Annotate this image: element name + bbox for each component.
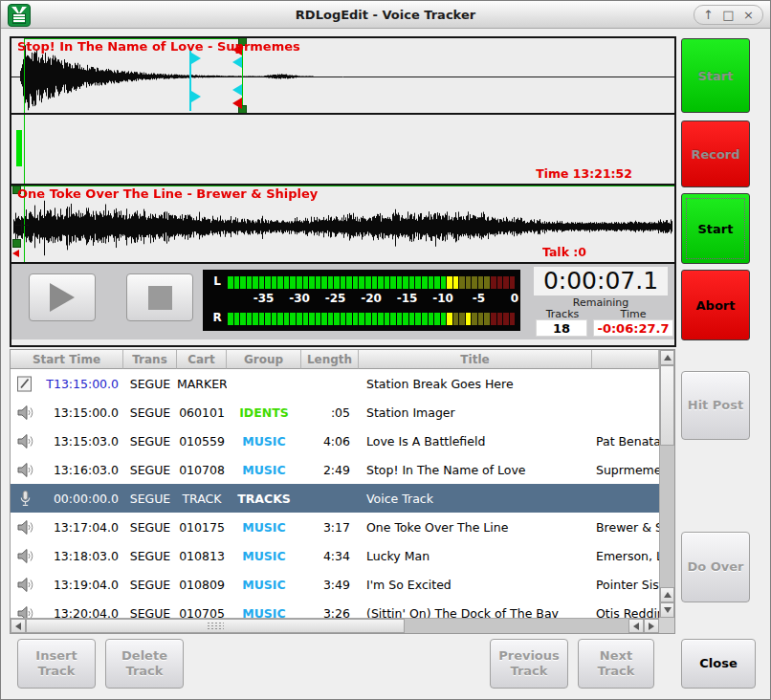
cell-cart: 010559 — [177, 434, 227, 448]
track2-fade-marker-icon[interactable] — [12, 250, 19, 257]
abort-button[interactable]: Abort — [681, 270, 750, 340]
waveform-pane-track2[interactable]: One Toke Over The Line - Brewer & Shiple… — [11, 186, 674, 264]
meter-segment — [346, 276, 352, 289]
meter-segment — [277, 276, 283, 289]
meter-segment — [303, 313, 309, 325]
meter-segment — [303, 276, 309, 289]
segue-end-marker-top-icon[interactable] — [232, 56, 242, 68]
track2-start-handle-bottom[interactable] — [12, 239, 21, 248]
horizontal-scroll-thumb[interactable] — [26, 619, 405, 633]
column-header-title[interactable]: Title — [359, 350, 592, 369]
cell-group: MUSIC — [227, 463, 301, 477]
meter-segment — [341, 313, 346, 325]
segue-start-marker-bottom-icon[interactable] — [191, 91, 201, 102]
cell-cart: 010809 — [177, 578, 227, 592]
column-header-start-time[interactable]: Start Time — [11, 350, 123, 369]
meter-segment — [510, 313, 516, 325]
voice-tracker-window: RDLogEdit - Voice Tracker ↑ □ × Stop! In… — [0, 0, 771, 700]
column-header-length[interactable]: Length — [301, 350, 359, 369]
meter-segment — [297, 313, 302, 325]
log-row[interactable]: 13:19:04.0SEGUE010809MUSIC3:49I'm So Exc… — [11, 570, 659, 599]
segue-start-marker-top-icon[interactable] — [191, 53, 201, 64]
log-row[interactable]: 13:17:04.0SEGUE010175MUSIC3:17One Toke O… — [11, 513, 659, 541]
meter-segment — [497, 276, 503, 289]
meter-segment — [228, 313, 233, 325]
scroll-right-button[interactable] — [644, 619, 659, 633]
log-row[interactable]: 13:16:03.0SEGUE010708MUSIC2:49Stop! In T… — [11, 455, 659, 484]
cell-cart: MARKER — [177, 377, 227, 391]
delete-track-button[interactable]: Delete Track — [105, 639, 184, 689]
meter-segment — [510, 276, 516, 289]
cell-artist: Brewer & S — [592, 520, 659, 535]
meter-segment — [409, 313, 415, 325]
cell-length: 4:06 — [301, 434, 359, 448]
meter-segment — [290, 276, 296, 289]
column-header-trans[interactable]: Trans — [123, 350, 177, 369]
scroll-up-button-2[interactable] — [660, 587, 674, 602]
column-header-cart[interactable]: Cart — [177, 350, 227, 369]
waveform-pane-voicetrack[interactable]: Time 13:21:52 — [11, 115, 674, 186]
meter-scale-tick: 0 — [511, 292, 518, 305]
do-over-button[interactable]: Do Over — [681, 532, 750, 602]
cell-title: I'm So Excited — [359, 578, 592, 592]
segue-end-marker-bottom-icon[interactable] — [232, 84, 242, 96]
meter-segment — [441, 313, 447, 325]
meter-segment — [284, 276, 290, 289]
shade-window-button[interactable]: ↑ — [698, 6, 718, 24]
scroll-down-button[interactable] — [660, 602, 674, 618]
title-bar[interactable]: RDLogEdit - Voice Tracker ↑ □ × — [1, 1, 770, 29]
cell-start: 13:17:04.0 — [39, 520, 123, 535]
vertical-scroll-thumb[interactable] — [660, 365, 674, 446]
column-header-group[interactable]: Group — [227, 350, 301, 369]
meter-segment — [253, 313, 258, 325]
fade-marker-bottom-icon[interactable] — [232, 98, 242, 109]
cell-group: MUSIC — [227, 606, 301, 619]
track2-title: One Toke Over The Line - Brewer & Shiple… — [17, 186, 318, 201]
column-header-blank[interactable] — [592, 350, 659, 369]
playhead-line[interactable] — [24, 115, 25, 184]
scroll-left-button-2[interactable] — [628, 619, 644, 633]
log-row[interactable]: 13:18:03.0SEGUE010813MUSIC4:34Lucky ManE… — [11, 541, 659, 570]
close-button[interactable]: Close — [681, 639, 756, 689]
meter-segment — [265, 313, 271, 325]
cell-start: 13:19:04.0 — [39, 578, 123, 592]
meter-scale-tick: -15 — [397, 292, 418, 305]
transport-bar: L -35-30-25-20-15-10-50 R 0:00:07.1 Rema… — [11, 264, 674, 339]
next-track-button[interactable]: Next Track — [578, 639, 654, 689]
play-button[interactable] — [29, 273, 96, 321]
waveform-pane-track1[interactable]: Stop! In The Name of Love - Suprmemes — [11, 38, 674, 115]
meter-segment — [484, 313, 490, 325]
log-row[interactable]: 13:15:00.0SEGUE060101IDENTS:05Station Im… — [11, 398, 659, 427]
log-row[interactable]: T13:15:00.0SEGUEMARKERStation Break Goes… — [11, 369, 659, 398]
log-row[interactable]: 13:20:04.0SEGUE010705MUSIC3:26(Sittin' O… — [11, 599, 659, 618]
meter-segment — [390, 276, 396, 289]
meter-segment — [447, 313, 452, 325]
stop-button[interactable] — [126, 273, 193, 321]
scroll-left-button[interactable] — [11, 619, 26, 633]
log-row[interactable]: 00:00:00.0SEGUETRACKTRACKSVoice Track — [11, 484, 659, 513]
cell-cart: 010708 — [177, 463, 227, 477]
start-record-button[interactable]: Start — [681, 38, 750, 113]
scroll-up-button[interactable] — [660, 350, 674, 365]
log-row[interactable]: 13:15:03.0SEGUE010559MUSIC4:06Love Is A … — [11, 427, 659, 455]
start-button[interactable]: Start — [681, 193, 750, 264]
vertical-scrollbar[interactable] — [659, 350, 674, 618]
maximize-window-button[interactable]: □ — [718, 6, 738, 24]
meter-segment — [503, 313, 509, 325]
hit-post-button[interactable]: Hit Post — [681, 371, 750, 440]
insert-track-button[interactable]: Insert Track — [17, 639, 96, 689]
record-button[interactable]: Record — [681, 120, 750, 187]
previous-track-button[interactable]: Previous Track — [490, 639, 568, 689]
meter-scale-tick: -25 — [325, 292, 346, 305]
meter-segment — [309, 276, 315, 289]
cell-title: Love Is A Battlefield — [359, 434, 592, 448]
horizontal-scrollbar[interactable] — [11, 618, 659, 633]
cell-title: (Sittin' On) The Dock of The Bay — [359, 606, 592, 619]
speaker-icon — [11, 547, 39, 565]
cell-start: 13:18:03.0 — [39, 549, 123, 563]
close-window-button[interactable]: × — [738, 6, 759, 24]
meter-segment — [459, 276, 465, 289]
meter-segment — [365, 276, 371, 289]
meter-segment — [491, 276, 496, 289]
cell-length: 3:17 — [301, 520, 359, 535]
